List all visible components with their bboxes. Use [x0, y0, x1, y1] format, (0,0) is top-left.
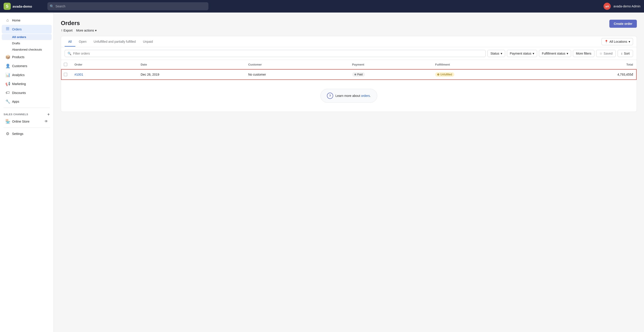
table-body: #1001 Dec 26, 2019 No customer Paid	[61, 69, 636, 80]
brand: S avada-demo	[4, 3, 44, 10]
more-actions-button[interactable]: More actions ▾	[76, 29, 96, 32]
table-row[interactable]: #1001 Dec 26, 2019 No customer Paid	[61, 69, 636, 80]
location-pin-icon: 📍	[604, 40, 608, 43]
payment-status-label: Payment status	[510, 52, 532, 55]
order-total-cell: 4,793,455đ	[541, 69, 636, 80]
search-icon: 🔍	[50, 4, 54, 9]
sales-channels-title: SALES CHANNELS	[4, 113, 28, 116]
location-chevron-icon: ▾	[628, 40, 630, 43]
sidebar-item-home[interactable]: ⌂ Home	[2, 16, 52, 24]
tab-open[interactable]: Open	[75, 37, 90, 47]
more-filters-button[interactable]: More filters	[573, 50, 594, 57]
online-store-icon: 🏪	[5, 119, 10, 124]
svg-rect-0	[6, 27, 9, 28]
orders-card: All Open Unfulfilled and partially fulfi…	[61, 36, 637, 112]
order-payment-cell: Paid	[348, 69, 432, 80]
location-filter-button[interactable]: 📍 All Locations ▾	[602, 38, 633, 45]
order-customer-cell: No customer	[245, 69, 348, 80]
sidebar-sub-item-abandoned[interactable]: Abandoned checkouts	[2, 47, 52, 53]
sidebar-item-orders[interactable]: Orders	[2, 25, 52, 34]
col-payment: Payment	[348, 60, 432, 69]
orders-table: Order Date Customer Payment Fulfillment …	[61, 60, 636, 80]
col-date: Date	[137, 60, 245, 69]
tab-unfulfilled[interactable]: Unfulfilled and partially fulfilled	[90, 37, 139, 47]
payment-status-filter-button[interactable]: Payment status ▾	[507, 50, 537, 57]
sidebar-divider	[4, 108, 50, 108]
col-order: Order	[71, 60, 137, 69]
export-button[interactable]: ↑ Export	[61, 29, 72, 33]
marketing-icon: 📢	[5, 81, 10, 86]
search-container: 🔍	[48, 2, 208, 10]
star-icon: ☆	[600, 52, 602, 55]
more-filters-label: More filters	[576, 52, 591, 55]
filter-orders-input[interactable]	[73, 52, 483, 55]
tab-all[interactable]: All	[64, 37, 75, 47]
sidebar-item-apps[interactable]: 🔧 Apps	[2, 97, 52, 106]
filter-search-container: 🔍	[64, 50, 486, 57]
main-content: Orders ↑ Export More actions ▾ Create or…	[54, 13, 644, 332]
tabs: All Open Unfulfilled and partially fulfi…	[61, 36, 636, 47]
sidebar-item-online-store[interactable]: 🏪 Online Store 👁	[2, 117, 52, 126]
orders-link[interactable]: orders	[361, 94, 370, 98]
payment-label: Paid	[357, 73, 363, 76]
shopify-icon: S	[4, 3, 11, 10]
info-icon: ?	[327, 93, 333, 99]
status-label: Status	[490, 52, 499, 55]
analytics-icon: 📊	[5, 73, 10, 77]
tabs-right: 📍 All Locations ▾	[602, 36, 633, 47]
sidebar-item-analytics[interactable]: 📊 Analytics	[2, 71, 52, 79]
payment-dot	[354, 74, 356, 75]
select-all-checkbox[interactable]	[64, 63, 67, 66]
sidebar-item-discounts[interactable]: 🏷 Discounts	[2, 89, 52, 97]
page-header: Orders ↑ Export More actions ▾ Create or…	[61, 20, 637, 33]
topnav-right: aA avada-demo Admin	[604, 3, 640, 10]
search-input[interactable]	[48, 2, 208, 10]
online-store-eye-icon: 👁	[44, 120, 48, 124]
chevron-down-icon: ▾	[95, 29, 96, 32]
sort-icon: ↕	[621, 52, 622, 55]
sidebar-sub-item-all-orders[interactable]: All orders	[2, 34, 52, 40]
fulfillment-status-chevron-icon: ▾	[567, 52, 568, 55]
layout: ⌂ Home Orders All orders Drafts Abandone…	[0, 13, 644, 332]
filter-search-icon: 🔍	[68, 52, 71, 55]
sort-button[interactable]: ↕ Sort	[618, 50, 633, 57]
sidebar-item-marketing[interactable]: 📢 Marketing	[2, 80, 52, 88]
create-order-button[interactable]: Create order	[609, 20, 637, 28]
settings-icon: ⚙	[5, 131, 10, 136]
saved-label: Saved	[604, 52, 613, 55]
customers-icon: 👤	[5, 64, 10, 69]
svg-rect-1	[6, 29, 9, 29]
tab-unpaid[interactable]: Unpaid	[139, 37, 156, 47]
fulfillment-status-filter-button[interactable]: Fulfillment status ▾	[539, 50, 571, 57]
page-header-left: Orders ↑ Export More actions ▾	[61, 20, 96, 33]
saved-button[interactable]: ☆ Saved	[596, 50, 616, 57]
sidebar-sub-item-drafts[interactable]: Drafts	[2, 40, 52, 46]
sidebar-item-settings[interactable]: ⚙ Settings	[2, 130, 52, 138]
topnav: S avada-demo 🔍 aA avada-demo Admin	[0, 0, 644, 13]
location-label: All Locations	[610, 40, 627, 43]
page-title: Orders	[61, 20, 96, 27]
sales-channels-section: SALES CHANNELS +	[0, 110, 54, 117]
add-sales-channel-button[interactable]: +	[48, 112, 50, 116]
brand-name: avada-demo	[12, 5, 32, 8]
avatar[interactable]: aA	[604, 3, 611, 10]
filters-row: 🔍 Status ▾ Payment status ▾ Fulfillment …	[61, 47, 636, 60]
sidebar-item-label: Home	[12, 19, 20, 22]
customers-label: Customers	[12, 64, 27, 68]
tabs-left: All Open Unfulfilled and partially fulfi…	[64, 37, 156, 46]
online-store-left: 🏪 Online Store	[5, 119, 30, 124]
status-chevron-icon: ▾	[501, 52, 502, 55]
row-checkbox[interactable]	[64, 73, 67, 76]
settings-label: Settings	[12, 132, 24, 136]
sidebar-item-products[interactable]: 📦 Products	[2, 53, 52, 61]
col-fulfillment: Fulfillment	[432, 60, 541, 69]
orders-icon	[5, 27, 10, 32]
online-store-label: Online Store	[12, 120, 30, 123]
info-block: ? Learn more about orders.	[61, 80, 636, 112]
payment-status-chevron-icon: ▾	[533, 52, 534, 55]
fulfillment-label: Unfulfilled	[440, 73, 452, 76]
table-header: Order Date Customer Payment Fulfillment …	[61, 60, 636, 69]
status-filter-button[interactable]: Status ▾	[488, 50, 505, 57]
sidebar-item-customers[interactable]: 👤 Customers	[2, 62, 52, 70]
order-number-link[interactable]: #1001	[74, 73, 83, 76]
